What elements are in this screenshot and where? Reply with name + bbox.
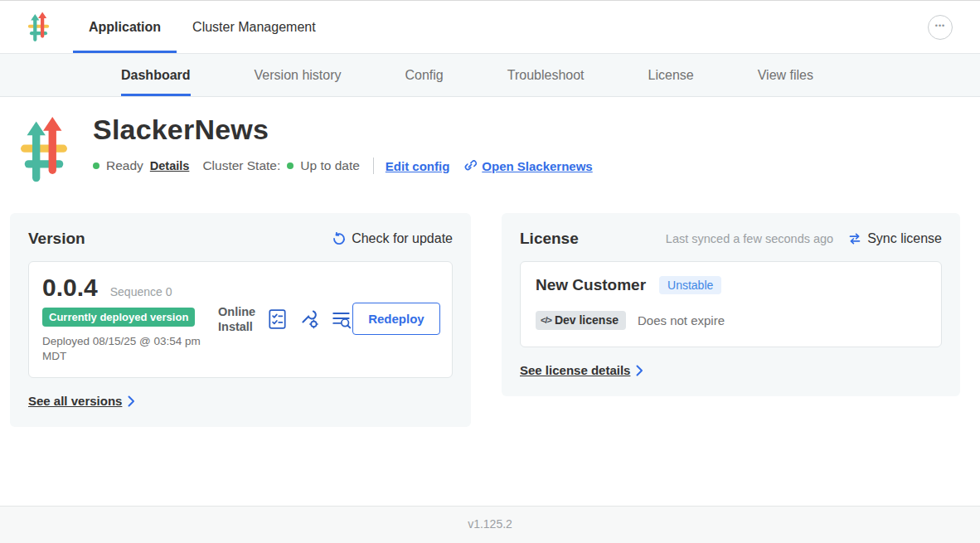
- app-logo-icon: [27, 12, 50, 43]
- app-status: Ready: [106, 158, 143, 173]
- ellipsis-icon: •••: [935, 22, 945, 30]
- see-license-details-link[interactable]: See license details: [520, 363, 643, 377]
- deployed-badge: Currently deployed version: [42, 308, 195, 327]
- sub-nav: Dashboard Version history Config Trouble…: [0, 54, 980, 97]
- tab-cluster-management[interactable]: Cluster Management: [177, 1, 332, 53]
- refresh-icon: [332, 232, 346, 245]
- tab-version-history[interactable]: Version history: [255, 54, 342, 96]
- see-all-versions-link[interactable]: See all versions: [28, 394, 135, 408]
- check-for-update-link[interactable]: Check for update: [332, 231, 453, 246]
- license-card-title: License: [520, 230, 579, 248]
- edit-config-link[interactable]: Edit config: [386, 159, 450, 173]
- cluster-state-dot: [287, 162, 294, 169]
- dashboard-cards: Version Check for update: [0, 213, 980, 427]
- redeploy-button[interactable]: Redeploy: [352, 303, 440, 335]
- tab-cluster-management-label: Cluster Management: [192, 20, 316, 35]
- details-link[interactable]: Details: [150, 159, 190, 172]
- tab-dashboard[interactable]: Dashboard: [121, 54, 191, 96]
- admin-console: Application Cluster Management ••• Dashb…: [0, 0, 980, 543]
- tab-troubleshoot[interactable]: Troubleshoot: [507, 54, 585, 96]
- top-nav: Application Cluster Management •••: [0, 1, 980, 54]
- channel-badge: Unstable: [659, 276, 721, 294]
- console-version: v1.125.2: [468, 517, 512, 531]
- app-status-row: Ready Details Cluster State: Up to date …: [93, 158, 593, 174]
- current-version-panel: 0.0.4 Sequence 0 Currently deployed vers…: [28, 261, 453, 378]
- config-values-icon[interactable]: [298, 308, 320, 330]
- page-title: SlackerNews: [93, 114, 593, 146]
- sync-icon: [848, 232, 861, 245]
- license-type-badge: </> Dev license: [536, 311, 626, 330]
- version-card: Version Check for update: [10, 213, 471, 427]
- more-menu-button[interactable]: •••: [928, 15, 953, 40]
- version-number: 0.0.4: [42, 274, 98, 302]
- tab-license[interactable]: License: [648, 54, 694, 96]
- footer: v1.125.2: [0, 506, 980, 543]
- tab-config[interactable]: Config: [405, 54, 444, 96]
- app-icon: [18, 117, 70, 185]
- license-card: License Last synced a few seconds ago Sy…: [502, 213, 960, 396]
- tab-view-files[interactable]: View files: [758, 54, 813, 96]
- open-app-link[interactable]: Open Slackernews: [482, 159, 592, 173]
- dashboard-main: SlackerNews Ready Details Cluster State:…: [0, 97, 980, 506]
- sequence-label: Sequence 0: [110, 285, 172, 298]
- version-card-title: Version: [28, 230, 85, 248]
- tab-application[interactable]: Application: [73, 1, 177, 53]
- last-synced-label: Last synced a few seconds ago: [666, 232, 833, 245]
- app-header: SlackerNews Ready Details Cluster State:…: [0, 97, 980, 185]
- sync-license-link[interactable]: Sync license: [848, 231, 942, 246]
- release-notes-icon[interactable]: [267, 308, 288, 330]
- app-status-dot: [93, 162, 99, 169]
- license-expiry: Does not expire: [638, 313, 725, 327]
- deployed-timestamp: Deployed 08/15/25 @ 03:54 pm MDT: [42, 334, 218, 364]
- install-type-label: Online Install: [218, 304, 255, 334]
- cluster-state-label: Cluster State:: [202, 158, 280, 173]
- link-icon: [463, 158, 478, 173]
- tab-application-label: Application: [89, 20, 161, 35]
- chevron-right-icon: [128, 395, 135, 407]
- view-logs-icon[interactable]: [331, 308, 352, 330]
- code-icon: </>: [541, 315, 551, 325]
- cluster-state-value: Up to date: [300, 158, 360, 173]
- chevron-right-icon: [636, 365, 643, 376]
- customer-name: New Customer: [536, 276, 646, 294]
- divider: [373, 158, 374, 174]
- license-panel: New Customer Unstable </> Dev license Do…: [520, 261, 942, 347]
